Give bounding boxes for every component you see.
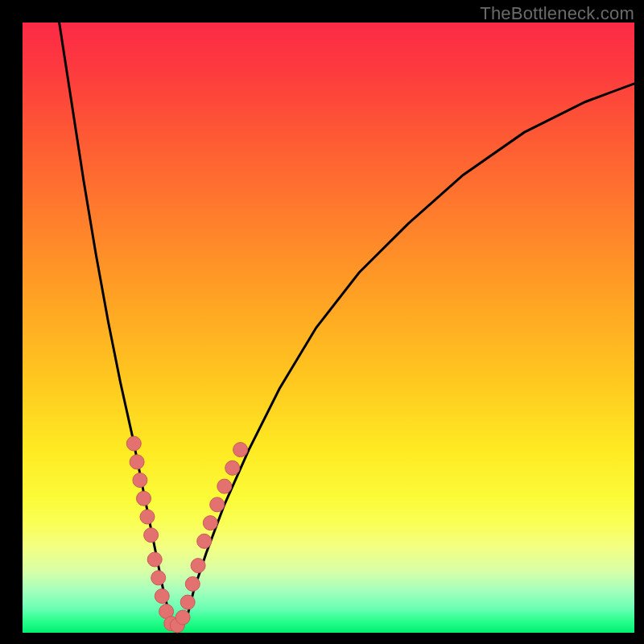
- curve-marker: [175, 610, 190, 625]
- curve-marker: [210, 497, 225, 512]
- curve-marker: [133, 473, 147, 488]
- bottleneck-curve-svg: [23, 23, 634, 633]
- curve-marker: [147, 552, 162, 567]
- curve-marker: [144, 528, 159, 543]
- curve-marker: [130, 455, 144, 469]
- curve-marker: [140, 510, 155, 524]
- curve-marker: [233, 443, 248, 457]
- curve-marker: [203, 516, 217, 530]
- curve-marker: [155, 589, 169, 604]
- curve-marker: [197, 534, 212, 548]
- watermark-text: TheBottleneck.com: [480, 3, 634, 24]
- curve-marker: [180, 595, 195, 609]
- curve-marker: [191, 559, 205, 573]
- curve-marker: [217, 479, 232, 493]
- curve-marker: [126, 436, 141, 451]
- chart-plot-area: [23, 23, 634, 633]
- curve-marker: [137, 491, 151, 506]
- curve-markers: [126, 436, 247, 633]
- curve-marker: [185, 576, 200, 591]
- curve-marker: [151, 571, 166, 585]
- curve-marker: [225, 460, 240, 475]
- outer-frame: TheBottleneck.com: [0, 0, 644, 644]
